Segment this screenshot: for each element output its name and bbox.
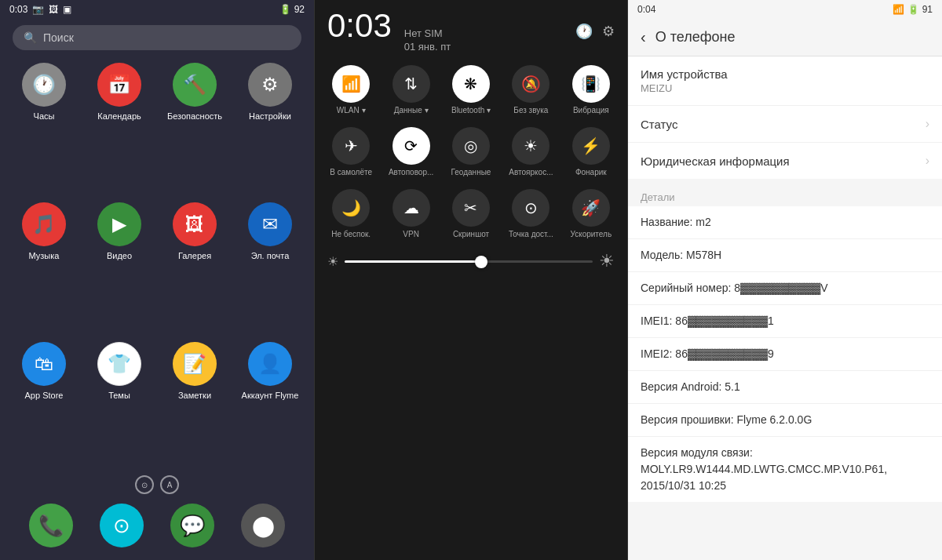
dock-phone[interactable]: 📞: [29, 504, 73, 547]
legal-chevron: ›: [926, 154, 929, 168]
app-flyme[interactable]: 👤 Аккаунт Flyme: [239, 342, 301, 469]
quick-airplane[interactable]: ✈ В самолёте: [324, 127, 378, 176]
apps-indicator: A: [160, 475, 179, 494]
detail-item: Версия модуля связи: MOLY.LR9.W1444.MD.L…: [628, 437, 942, 502]
app-video[interactable]: ▶ Видео: [88, 202, 151, 329]
quick-vpn[interactable]: ☁ VPN: [384, 189, 437, 238]
quick-bluetooth[interactable]: ❋ Bluetooth ▾: [444, 65, 498, 115]
settings-icon: ⚙: [248, 63, 292, 107]
dock-camera[interactable]: ⬤: [241, 504, 285, 547]
quick-hotspot[interactable]: ⊙ Точка дост...: [504, 189, 557, 238]
email-label: Эл. почта: [251, 251, 290, 261]
detail-text: Название: m2: [641, 214, 929, 231]
settings-icon[interactable]: ⚙: [602, 23, 615, 40]
flashlight-icon: ⚡: [572, 127, 610, 165]
about-status-bar: 0:04 📶 🔋 91: [628, 0, 942, 19]
about-phone-screen: 0:04 📶 🔋 91 ‹ О телефоне Имя устройства …: [628, 0, 942, 560]
detail-item: Версия прошивки: Flyme 6.2.0.0G: [628, 404, 942, 437]
app-clock[interactable]: 🕐 Часы: [13, 63, 75, 190]
bluetooth-label: Bluetooth ▾: [451, 106, 491, 115]
boost-label: Ускоритель: [570, 230, 612, 238]
quick-settings-grid-3: 🌙 Не беспок. ☁ VPN ✂ Скриншот ⊙ Точка до…: [315, 183, 627, 245]
app-gallery[interactable]: 🖼 Галерея: [163, 202, 226, 329]
detail-text: IMEI1: 86▓▓▓▓▓▓▓▓▓▓1: [641, 313, 929, 329]
quick-boost[interactable]: 🚀 Ускоритель: [564, 189, 618, 238]
status-label: Статус: [641, 118, 677, 131]
back-button[interactable]: ‹: [641, 28, 646, 46]
search-placeholder: Поиск: [43, 31, 74, 44]
security-label: Безопасность: [167, 111, 222, 122]
details-section: Название: m2Модель: M578HСерийный номер:…: [628, 206, 942, 502]
app-security[interactable]: 🔨 Безопасность: [163, 63, 226, 190]
brightness-fill: [345, 260, 481, 263]
app-notes[interactable]: 📝 Заметки: [163, 342, 226, 469]
brightness-track[interactable]: [345, 260, 593, 263]
airplane-icon: ✈: [332, 127, 370, 165]
calendar-label: Календарь: [97, 111, 141, 122]
dock-messenger[interactable]: 💬: [170, 504, 214, 547]
quick-flashlight[interactable]: ⚡ Фонарик: [564, 127, 618, 176]
vpn-icon: ☁: [392, 189, 430, 227]
notify-info: Нет SIM 01 янв. пт: [404, 27, 451, 53]
home-indicator: ⊙: [135, 475, 154, 494]
quick-autorotate[interactable]: ⟳ Автоповор...: [384, 127, 437, 176]
home-status-right: 🔋 92: [279, 4, 305, 15]
clock-label: Часы: [34, 111, 55, 122]
legal-item[interactable]: Юридическая информация ›: [628, 143, 942, 179]
music-label: Музыка: [29, 251, 60, 261]
detail-item: IMEI1: 86▓▓▓▓▓▓▓▓▓▓1: [628, 305, 942, 338]
home-status-bar: 0:03 📷 🖼 ▣ 🔋 92: [0, 0, 314, 19]
home-time: 0:03: [9, 4, 27, 15]
quick-wlan[interactable]: 📶 WLAN ▾: [324, 65, 378, 115]
status-item[interactable]: Статус ›: [628, 106, 942, 143]
detail-item: Серийный номер: 8▓▓▓▓▓▓▓▓▓▓V: [628, 272, 942, 305]
quick-screenshot[interactable]: ✂ Скриншот: [444, 189, 498, 238]
about-time: 0:04: [637, 4, 655, 15]
quick-autobrightness[interactable]: ☀ Автояркос...: [504, 127, 557, 176]
detail-item: Название: m2: [628, 206, 942, 239]
calendar-icon: 📅: [97, 63, 141, 107]
app-email[interactable]: ✉ Эл. почта: [239, 202, 301, 329]
quick-settings-grid-2: ✈ В самолёте ⟳ Автоповор... ◎ Геоданные …: [315, 121, 627, 183]
wlan-label: WLAN ▾: [337, 106, 366, 115]
detail-text: Версия прошивки: Flyme 6.2.0.0G: [641, 412, 929, 428]
notify-date: 01 янв. пт: [404, 41, 451, 53]
notify-header: 0:03 Нет SIM 01 янв. пт 🕐 ⚙: [315, 0, 627, 59]
quick-vibrate[interactable]: 📳 Вибрация: [564, 65, 618, 115]
bottom-dock: 📞⊙💬⬤: [0, 497, 314, 560]
notify-sim: Нет SIM: [404, 27, 451, 39]
flyme-label: Аккаунт Flyme: [242, 391, 299, 401]
device-name-item[interactable]: Имя устройства MEIZU: [628, 56, 942, 106]
app-appstore[interactable]: 🛍 App Store: [13, 342, 75, 469]
autobrightness-icon: ☀: [512, 127, 550, 165]
brightness-thumb[interactable]: [475, 256, 487, 268]
app-grid: 🕐 Часы 📅 Календарь 🔨 Безопасность ⚙ Наст…: [0, 63, 314, 469]
battery-icon: 🔋: [279, 4, 291, 15]
notify-action-icons: 🕐 ⚙: [575, 23, 615, 40]
quick-mute[interactable]: 🔕 Без звука: [504, 65, 557, 115]
flyme-icon: 👤: [248, 342, 292, 386]
brightness-control[interactable]: ☀ ☀: [315, 245, 627, 278]
quick-data[interactable]: ⇅ Данные ▾: [384, 65, 437, 115]
screenshot-label: Скриншот: [453, 230, 489, 238]
quick-geodata[interactable]: ◎ Геоданные: [444, 127, 498, 176]
quick-dnd[interactable]: 🌙 Не беспок.: [324, 189, 378, 238]
app-music[interactable]: 🎵 Музыка: [13, 202, 75, 329]
alarm-icon[interactable]: 🕐: [575, 23, 593, 40]
notification-panel: 0:03 Нет SIM 01 янв. пт 🕐 ⚙ 📶 WLAN ▾ ⇅ Д…: [314, 0, 628, 560]
mute-label: Без звука: [513, 106, 548, 115]
wlan-icon: 📶: [332, 65, 370, 103]
detail-text: Серийный номер: 8▓▓▓▓▓▓▓▓▓▓V: [641, 280, 929, 296]
about-content: Имя устройства MEIZU Статус › Юридическа…: [628, 56, 942, 560]
search-bar[interactable]: 🔍 Поиск: [13, 25, 301, 50]
bluetooth-icon: ❋: [452, 65, 490, 103]
data-label: Данные ▾: [394, 106, 429, 115]
about-title: О телефоне: [655, 29, 736, 45]
details-header: Детали: [628, 185, 942, 206]
app-themes[interactable]: 👕 Темы: [88, 342, 151, 469]
app-settings[interactable]: ⚙ Настройки: [239, 63, 301, 190]
hotspot-icon: ⊙: [512, 189, 550, 227]
app-calendar[interactable]: 📅 Календарь: [88, 63, 151, 190]
dock-browser[interactable]: ⊙: [100, 504, 144, 547]
detail-item: Версия Android: 5.1: [628, 371, 942, 404]
